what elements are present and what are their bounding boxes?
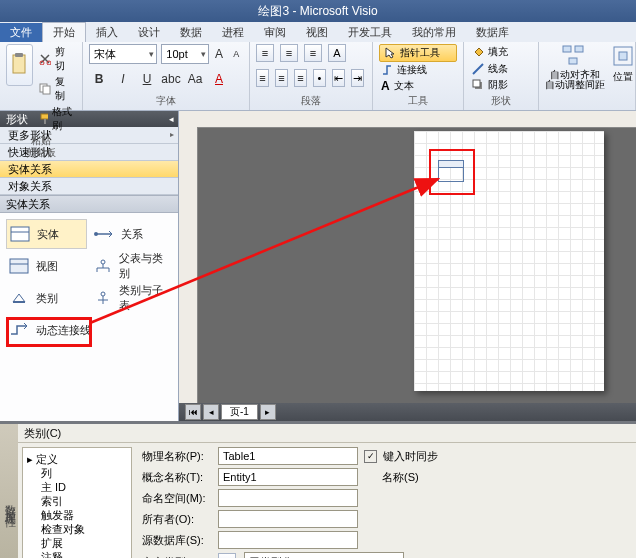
- tree-primary-id[interactable]: 主 ID: [27, 480, 127, 494]
- sync-label: 键入时同步: [383, 449, 438, 464]
- category-header: 类别(C): [18, 424, 636, 443]
- tab-review[interactable]: 审阅: [254, 23, 296, 42]
- tab-custom[interactable]: 我的常用: [402, 23, 466, 42]
- page-tab-1[interactable]: 页-1: [221, 404, 258, 420]
- view-icon: [8, 257, 30, 275]
- shapes-obj[interactable]: 对象关系: [0, 178, 178, 195]
- svg-rect-27: [10, 259, 28, 273]
- text-tool-button[interactable]: A文本: [379, 78, 457, 94]
- stencil-dynamic[interactable]: 动态连接线: [6, 315, 172, 345]
- svg-rect-6: [41, 114, 48, 119]
- phys-input[interactable]: Table1: [218, 447, 358, 465]
- fill-button[interactable]: 填充: [470, 44, 532, 60]
- conc-label: 概念名称(T):: [142, 470, 212, 485]
- tree-index[interactable]: 索引: [27, 494, 127, 508]
- tree-ext[interactable]: 扩展: [27, 536, 127, 550]
- tree-notes[interactable]: 注释: [27, 550, 127, 558]
- underline-button[interactable]: U: [137, 69, 157, 89]
- tab-view[interactable]: 视图: [296, 23, 338, 42]
- page-tabstrip: ⏮ ◂ 页-1 ▸: [179, 403, 636, 421]
- db-properties-tab[interactable]: 数据库属性: [0, 424, 18, 558]
- tab-nav-next[interactable]: ▸: [260, 404, 276, 420]
- stencil-relation[interactable]: 关系: [91, 219, 172, 249]
- tab-nav-prev[interactable]: ◂: [203, 404, 219, 420]
- indent-dec-button[interactable]: ⇤: [332, 69, 345, 87]
- bullets-button[interactable]: •: [313, 69, 326, 87]
- pointer-tool-button[interactable]: 指针工具: [379, 44, 457, 62]
- ns-input[interactable]: [218, 489, 358, 507]
- stencil-parent[interactable]: 父表与类别: [91, 251, 172, 281]
- font-color-button[interactable]: A: [209, 69, 229, 89]
- stencil-entity[interactable]: 实体: [6, 219, 87, 249]
- case-button[interactable]: Aa: [185, 69, 205, 89]
- dropped-entity-highlight: [429, 149, 475, 195]
- paste-button[interactable]: [6, 44, 33, 86]
- tab-db[interactable]: 数据库: [466, 23, 519, 42]
- svg-rect-12: [575, 46, 583, 52]
- svg-point-35: [101, 292, 105, 296]
- group-label-shape: 形状: [470, 94, 532, 108]
- shapes-er[interactable]: 实体关系: [0, 161, 178, 178]
- tab-file[interactable]: 文件: [0, 23, 42, 42]
- src-input[interactable]: [218, 531, 358, 549]
- tab-nav-first[interactable]: ⏮: [185, 404, 201, 420]
- font-size-select[interactable]: 10pt: [161, 44, 208, 64]
- svg-rect-13: [569, 58, 577, 64]
- dynamic-icon: [8, 321, 30, 339]
- font-name-select[interactable]: 宋体: [89, 44, 157, 64]
- stencil-catchild[interactable]: 类别与子表: [91, 283, 172, 313]
- relation-icon: [93, 225, 115, 243]
- align-bot-button[interactable]: ≡: [304, 44, 322, 62]
- tab-design[interactable]: 设计: [128, 23, 170, 42]
- tab-dev[interactable]: 开发工具: [338, 23, 402, 42]
- stencil-view[interactable]: 视图: [6, 251, 87, 281]
- tree-trigger[interactable]: 触发器: [27, 508, 127, 522]
- title-bar: 绘图3 - Microsoft Visio: [0, 0, 636, 22]
- align-mid-button[interactable]: ≡: [280, 44, 298, 62]
- sync-checkbox[interactable]: ✓: [364, 450, 377, 463]
- format-painter-button[interactable]: 格式刷: [37, 104, 76, 134]
- conc-input[interactable]: Entity1: [218, 468, 358, 486]
- cut-button[interactable]: 剪切: [37, 44, 76, 74]
- connector-tool-button[interactable]: 连接线: [379, 62, 457, 78]
- tab-home[interactable]: 开始: [42, 22, 86, 42]
- category-tree[interactable]: ▸ 定义 列 主 ID 索引 触发器 检查对象 扩展 注释: [22, 447, 132, 558]
- strike-button[interactable]: abc: [161, 69, 181, 89]
- indent-inc-button[interactable]: ⇥: [351, 69, 364, 87]
- phys-label: 物理名称(P):: [142, 449, 212, 464]
- auto-align-button[interactable]: 自动对齐和 自动调整间距: [545, 44, 605, 90]
- tree-root[interactable]: ▸ 定义: [27, 452, 127, 466]
- vertical-ruler: [179, 111, 198, 421]
- horizontal-ruler: [197, 111, 636, 128]
- src-label: 源数据库(S):: [142, 533, 212, 548]
- align-right-button[interactable]: ≡: [294, 69, 307, 87]
- deftype-select[interactable]: 无类型化: [244, 552, 404, 558]
- tab-insert[interactable]: 插入: [86, 23, 128, 42]
- stencil-category[interactable]: 类别: [6, 283, 87, 313]
- catchild-icon: [93, 289, 113, 307]
- svg-rect-7: [44, 119, 46, 124]
- italic-button[interactable]: I: [113, 69, 133, 89]
- bold-button[interactable]: B: [89, 69, 109, 89]
- deftype-x-button[interactable]: ✕: [218, 553, 236, 558]
- owner-input[interactable]: [218, 510, 358, 528]
- line-button[interactable]: 线条: [470, 61, 532, 77]
- entity-shape[interactable]: [438, 160, 464, 182]
- drawing-page[interactable]: [414, 131, 604, 391]
- align-center-button[interactable]: ≡: [275, 69, 288, 87]
- shadow-button[interactable]: 阴影: [470, 77, 532, 93]
- shrink-font-button[interactable]: A: [230, 44, 243, 64]
- copy-button[interactable]: 复制: [37, 74, 76, 104]
- align-left-button[interactable]: ≡: [256, 69, 269, 87]
- tab-data[interactable]: 数据: [170, 23, 212, 42]
- svg-point-29: [101, 260, 105, 264]
- canvas[interactable]: ⏮ ◂ 页-1 ▸: [179, 111, 636, 421]
- svg-rect-1: [15, 53, 23, 57]
- position-button[interactable]: 位置: [611, 44, 635, 84]
- grow-font-button[interactable]: A: [213, 44, 226, 64]
- tree-columns[interactable]: 列: [27, 466, 127, 480]
- align-top-button[interactable]: ≡: [256, 44, 274, 62]
- tab-process[interactable]: 进程: [212, 23, 254, 42]
- orient-button[interactable]: A: [328, 44, 346, 62]
- tree-check[interactable]: 检查对象: [27, 522, 127, 536]
